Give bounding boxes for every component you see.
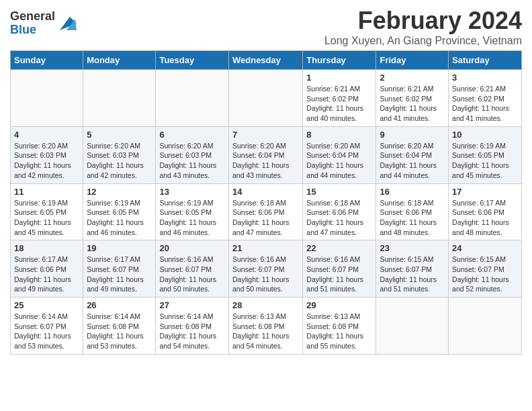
logo-blue: Blue	[10, 24, 55, 37]
day-number: 14	[232, 187, 299, 197]
cell-info: Sunrise: 6:14 AM Sunset: 6:08 PM Dayligh…	[159, 312, 225, 351]
cell-info: Sunrise: 6:20 AM Sunset: 6:03 PM Dayligh…	[87, 141, 152, 181]
calendar-week-row: 11Sunrise: 6:19 AM Sunset: 6:05 PM Dayli…	[11, 183, 522, 240]
calendar-cell	[11, 70, 83, 127]
calendar-cell: 9Sunrise: 6:20 AM Sunset: 6:04 PM Daylig…	[376, 126, 449, 183]
calendar-week-row: 18Sunrise: 6:17 AM Sunset: 6:06 PM Dayli…	[11, 240, 522, 298]
day-number: 5	[87, 130, 152, 140]
day-header-wednesday: Wednesday	[228, 51, 302, 70]
day-number: 21	[232, 243, 299, 253]
day-number: 8	[306, 130, 372, 140]
calendar-week-row: 25Sunrise: 6:14 AM Sunset: 6:07 PM Dayli…	[11, 298, 522, 355]
calendar-cell: 12Sunrise: 6:19 AM Sunset: 6:05 PM Dayli…	[83, 183, 156, 240]
page-header: General Blue February 2024 Long Xuyen, A…	[10, 7, 522, 47]
day-header-tuesday: Tuesday	[156, 51, 229, 70]
cell-info: Sunrise: 6:14 AM Sunset: 6:07 PM Dayligh…	[14, 312, 79, 351]
calendar-cell: 1Sunrise: 6:21 AM Sunset: 6:02 PM Daylig…	[303, 70, 376, 127]
calendar-cell: 18Sunrise: 6:17 AM Sunset: 6:06 PM Dayli…	[11, 240, 83, 298]
calendar-cell: 14Sunrise: 6:18 AM Sunset: 6:06 PM Dayli…	[228, 183, 302, 240]
calendar-cell: 23Sunrise: 6:15 AM Sunset: 6:07 PM Dayli…	[376, 240, 449, 298]
cell-info: Sunrise: 6:16 AM Sunset: 6:07 PM Dayligh…	[232, 255, 299, 294]
calendar-header-row: SundayMondayTuesdayWednesdayThursdayFrid…	[11, 51, 522, 70]
cell-info: Sunrise: 6:20 AM Sunset: 6:04 PM Dayligh…	[306, 141, 372, 181]
logo-icon	[56, 13, 77, 34]
calendar-cell: 6Sunrise: 6:20 AM Sunset: 6:03 PM Daylig…	[156, 126, 229, 183]
cell-info: Sunrise: 6:21 AM Sunset: 6:02 PM Dayligh…	[380, 84, 445, 124]
calendar-cell: 28Sunrise: 6:13 AM Sunset: 6:08 PM Dayli…	[228, 298, 302, 355]
calendar-cell: 25Sunrise: 6:14 AM Sunset: 6:07 PM Dayli…	[11, 298, 83, 355]
day-number: 7	[232, 130, 299, 140]
calendar-cell	[83, 70, 156, 127]
day-number: 3	[452, 73, 518, 83]
calendar-cell: 27Sunrise: 6:14 AM Sunset: 6:08 PM Dayli…	[156, 298, 229, 355]
day-number: 12	[87, 187, 152, 197]
cell-info: Sunrise: 6:15 AM Sunset: 6:07 PM Dayligh…	[452, 255, 518, 294]
day-number: 6	[159, 130, 225, 140]
day-number: 9	[380, 130, 445, 140]
calendar-cell: 13Sunrise: 6:19 AM Sunset: 6:05 PM Dayli…	[156, 183, 229, 240]
calendar-week-row: 4Sunrise: 6:20 AM Sunset: 6:03 PM Daylig…	[11, 126, 522, 183]
day-number: 11	[14, 187, 79, 197]
day-number: 1	[306, 73, 372, 83]
calendar-cell	[449, 298, 522, 355]
day-number: 25	[14, 300, 79, 310]
cell-info: Sunrise: 6:13 AM Sunset: 6:08 PM Dayligh…	[232, 312, 299, 351]
day-number: 18	[14, 243, 79, 253]
day-number: 17	[452, 187, 518, 197]
cell-info: Sunrise: 6:20 AM Sunset: 6:03 PM Dayligh…	[159, 141, 225, 181]
cell-info: Sunrise: 6:16 AM Sunset: 6:07 PM Dayligh…	[306, 255, 372, 294]
day-number: 10	[452, 130, 518, 140]
day-header-sunday: Sunday	[11, 51, 83, 70]
day-number: 23	[380, 243, 445, 253]
cell-info: Sunrise: 6:13 AM Sunset: 6:08 PM Dayligh…	[306, 312, 372, 351]
calendar-cell: 15Sunrise: 6:18 AM Sunset: 6:06 PM Dayli…	[303, 183, 376, 240]
cell-info: Sunrise: 6:20 AM Sunset: 6:04 PM Dayligh…	[232, 141, 299, 181]
logo-general: General	[10, 10, 55, 24]
day-number: 19	[87, 243, 152, 253]
calendar-cell: 26Sunrise: 6:14 AM Sunset: 6:08 PM Dayli…	[83, 298, 156, 355]
month-title: February 2024	[324, 7, 522, 35]
calendar-cell: 7Sunrise: 6:20 AM Sunset: 6:04 PM Daylig…	[228, 126, 302, 183]
day-header-monday: Monday	[83, 51, 156, 70]
calendar-table: SundayMondayTuesdayWednesdayThursdayFrid…	[10, 50, 522, 355]
day-header-friday: Friday	[376, 51, 449, 70]
calendar-cell: 10Sunrise: 6:19 AM Sunset: 6:05 PM Dayli…	[449, 126, 522, 183]
day-number: 20	[159, 243, 225, 253]
location-subtitle: Long Xuyen, An Giang Province, Vietnam	[324, 35, 522, 47]
calendar-cell: 20Sunrise: 6:16 AM Sunset: 6:07 PM Dayli…	[156, 240, 229, 298]
calendar-cell	[376, 298, 449, 355]
day-header-saturday: Saturday	[449, 51, 522, 70]
day-number: 29	[306, 300, 372, 310]
calendar-cell: 5Sunrise: 6:20 AM Sunset: 6:03 PM Daylig…	[83, 126, 156, 183]
cell-info: Sunrise: 6:17 AM Sunset: 6:07 PM Dayligh…	[87, 255, 152, 294]
calendar-cell: 21Sunrise: 6:16 AM Sunset: 6:07 PM Dayli…	[228, 240, 302, 298]
logo: General Blue	[10, 10, 77, 37]
day-number: 27	[159, 300, 225, 310]
day-header-thursday: Thursday	[303, 51, 376, 70]
calendar-cell: 19Sunrise: 6:17 AM Sunset: 6:07 PM Dayli…	[83, 240, 156, 298]
calendar-week-row: 1Sunrise: 6:21 AM Sunset: 6:02 PM Daylig…	[11, 70, 522, 127]
day-number: 24	[452, 243, 518, 253]
cell-info: Sunrise: 6:19 AM Sunset: 6:05 PM Dayligh…	[14, 198, 79, 238]
day-number: 28	[232, 300, 299, 310]
calendar-cell	[228, 70, 302, 127]
day-number: 2	[380, 73, 445, 83]
cell-info: Sunrise: 6:19 AM Sunset: 6:05 PM Dayligh…	[159, 198, 225, 238]
day-number: 15	[306, 187, 372, 197]
cell-info: Sunrise: 6:18 AM Sunset: 6:06 PM Dayligh…	[306, 198, 372, 238]
calendar-cell: 8Sunrise: 6:20 AM Sunset: 6:04 PM Daylig…	[303, 126, 376, 183]
day-number: 4	[14, 130, 79, 140]
calendar-cell: 3Sunrise: 6:21 AM Sunset: 6:02 PM Daylig…	[449, 70, 522, 127]
cell-info: Sunrise: 6:17 AM Sunset: 6:06 PM Dayligh…	[14, 255, 79, 294]
calendar-cell: 16Sunrise: 6:18 AM Sunset: 6:06 PM Dayli…	[376, 183, 449, 240]
day-number: 16	[380, 187, 445, 197]
cell-info: Sunrise: 6:19 AM Sunset: 6:05 PM Dayligh…	[452, 141, 518, 181]
cell-info: Sunrise: 6:19 AM Sunset: 6:05 PM Dayligh…	[87, 198, 152, 238]
day-number: 26	[87, 300, 152, 310]
cell-info: Sunrise: 6:21 AM Sunset: 6:02 PM Dayligh…	[306, 84, 372, 124]
calendar-cell: 24Sunrise: 6:15 AM Sunset: 6:07 PM Dayli…	[449, 240, 522, 298]
calendar-cell: 17Sunrise: 6:17 AM Sunset: 6:06 PM Dayli…	[449, 183, 522, 240]
cell-info: Sunrise: 6:20 AM Sunset: 6:03 PM Dayligh…	[14, 141, 79, 181]
cell-info: Sunrise: 6:17 AM Sunset: 6:06 PM Dayligh…	[452, 198, 518, 238]
calendar-cell: 4Sunrise: 6:20 AM Sunset: 6:03 PM Daylig…	[11, 126, 83, 183]
